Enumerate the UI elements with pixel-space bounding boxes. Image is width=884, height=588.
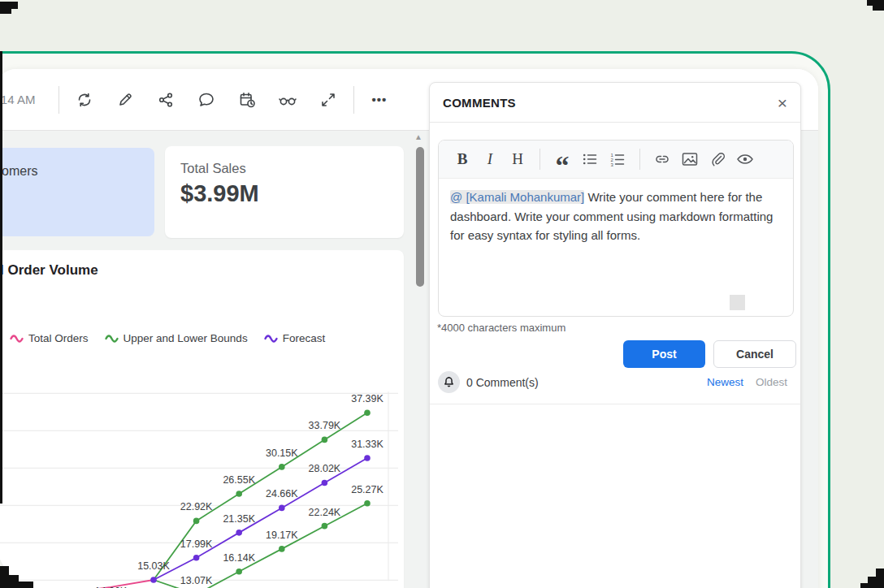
scrollbar-up-icon[interactable]: ▲ xyxy=(414,132,422,141)
total-sales-card[interactable]: Total Sales $3.99M xyxy=(165,146,404,238)
scrollbar-thumb[interactable] xyxy=(416,147,424,287)
chart-legend: Total OrdersUpper and Lower BoundsForeca… xyxy=(10,331,325,344)
toolbar-divider-2 xyxy=(353,86,354,114)
edge-artifact-bottom-left-3 xyxy=(19,582,33,588)
expand-icon[interactable] xyxy=(308,84,349,116)
close-icon[interactable]: × xyxy=(778,94,787,111)
cancel-button[interactable]: Cancel xyxy=(713,340,796,368)
svg-text:28.02K: 28.02K xyxy=(309,463,341,474)
svg-text:15.03K: 15.03K xyxy=(137,560,170,572)
heading-icon[interactable]: H xyxy=(505,147,530,171)
mention-chip[interactable]: @ [Kamali Mohankumar] xyxy=(450,190,584,204)
blockquote-icon[interactable]: “ xyxy=(550,147,574,171)
comments-title: COMMENTS xyxy=(443,96,516,110)
edge-artifact-top-right xyxy=(873,0,884,11)
last-refreshed-time: 09:14 AM xyxy=(0,93,54,106)
svg-text:16.14K: 16.14K xyxy=(223,552,255,564)
comments-header: COMMENTS × xyxy=(430,83,800,123)
legend-line-icon xyxy=(264,331,278,344)
svg-text:31.33K: 31.33K xyxy=(351,439,384,450)
italic-icon[interactable]: I xyxy=(478,147,502,171)
legend-label: Forecast xyxy=(283,332,326,344)
bold-icon[interactable]: B xyxy=(450,147,474,171)
numbered-list-icon[interactable]: 123 xyxy=(605,147,630,171)
total-sales-label: Total Sales xyxy=(180,161,246,176)
legend-item[interactable]: Forecast xyxy=(264,331,326,344)
resize-grip[interactable] xyxy=(730,295,745,310)
edge-artifact-top-right-2 xyxy=(867,0,873,6)
svg-text:3: 3 xyxy=(610,162,613,166)
edge-artifact-bottom-left-2 xyxy=(9,575,19,588)
order-volume-plot: 14.06K22.92K26.55K30.15K33.79K37.39K13.0… xyxy=(0,355,404,588)
comment-icon[interactable] xyxy=(186,84,227,116)
bullet-list-icon[interactable] xyxy=(578,147,602,171)
editor-divider xyxy=(540,149,540,170)
edge-artifact-bottom-right xyxy=(876,569,884,588)
image-icon[interactable] xyxy=(678,147,702,171)
legend-line-icon xyxy=(10,331,24,344)
customers-card-label: omers xyxy=(2,164,37,179)
legend-item[interactable]: Total Orders xyxy=(10,331,89,344)
svg-text:24.66K: 24.66K xyxy=(266,488,298,499)
dashboard-window: 09:14 AM ••• omers Total Sales $3.9 xyxy=(0,69,818,588)
customers-card[interactable]: omers xyxy=(0,148,154,236)
char-limit-note: *4000 characters maximum xyxy=(437,322,566,334)
comments-panel: COMMENTS × B I H “ 123 xyxy=(429,82,801,588)
svg-text:17.99K: 17.99K xyxy=(180,538,213,550)
svg-text:33.79K: 33.79K xyxy=(309,420,341,431)
legend-label: Upper and Lower Bounds xyxy=(124,332,248,344)
svg-text:21.35K: 21.35K xyxy=(223,513,255,525)
edge-artifact-bottom-left xyxy=(0,566,9,588)
order-volume-card: l Order Volume Total OrdersUpper and Low… xyxy=(0,250,404,588)
chart-title: l Order Volume xyxy=(0,262,98,279)
svg-text:37.39K: 37.39K xyxy=(351,393,384,404)
refresh-icon[interactable] xyxy=(64,84,105,116)
schedule-icon[interactable] xyxy=(227,84,267,116)
svg-text:22.24K: 22.24K xyxy=(309,507,341,518)
edge-artifact-bottom-right-3 xyxy=(860,583,868,588)
comment-input[interactable]: @ [Kamali Mohankumar] Write your comment… xyxy=(439,179,793,254)
edge-artifact-top-left-2 xyxy=(11,2,18,9)
sort-oldest[interactable]: Oldest xyxy=(756,376,787,388)
toolbar-divider xyxy=(58,86,59,114)
edge-artifact-bottom-right-2 xyxy=(868,577,876,588)
svg-text:19.17K: 19.17K xyxy=(266,530,298,541)
edge-artifact-top-left xyxy=(0,2,11,14)
editor-toolbar: B I H “ 123 xyxy=(439,141,793,179)
sort-newest[interactable]: Newest xyxy=(707,376,743,388)
svg-text:25.27K: 25.27K xyxy=(351,484,384,495)
edit-icon[interactable] xyxy=(105,84,145,116)
preview-eye-icon[interactable] xyxy=(733,147,757,171)
svg-text:22.92K: 22.92K xyxy=(180,501,213,512)
editor-divider-2 xyxy=(639,149,640,170)
share-icon[interactable] xyxy=(145,84,186,116)
post-button[interactable]: Post xyxy=(623,340,705,368)
edge-artifact-left-strip xyxy=(0,51,2,504)
legend-label: Total Orders xyxy=(28,332,89,344)
view-icon[interactable] xyxy=(267,84,308,116)
comment-editor[interactable]: B I H “ 123 xyxy=(438,140,794,317)
link-icon[interactable] xyxy=(650,147,674,171)
svg-text:13.07K: 13.07K xyxy=(180,575,213,586)
comment-count: 0 Comment(s) xyxy=(466,376,539,389)
attachment-icon[interactable] xyxy=(705,147,730,171)
legend-line-icon xyxy=(105,331,119,344)
more-icon[interactable]: ••• xyxy=(359,84,400,116)
svg-text:30.15K: 30.15K xyxy=(266,447,298,459)
bell-icon xyxy=(438,371,460,393)
svg-text:26.55K: 26.55K xyxy=(223,474,255,486)
comment-count-row: 0 Comment(s) Newest Oldest xyxy=(430,365,800,404)
total-sales-value: $3.99M xyxy=(180,180,259,207)
legend-item[interactable]: Upper and Lower Bounds xyxy=(105,331,248,344)
